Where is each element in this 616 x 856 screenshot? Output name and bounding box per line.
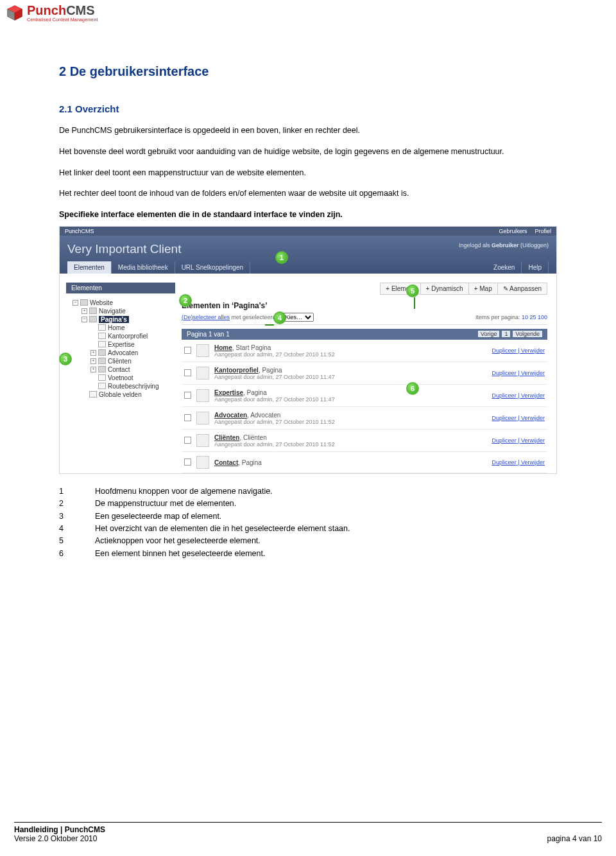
row-meta: Aangepast door admin, 27 October 2010 11… bbox=[214, 419, 487, 425]
paragraph-1: De PunchCMS gebruikersinterface is opged… bbox=[59, 125, 557, 137]
tree-item-globale[interactable]: Globale velden bbox=[81, 390, 175, 399]
btn-edit[interactable]: ✎ Aanpassen bbox=[497, 283, 547, 295]
tree-item-voetnoot[interactable]: Voetnoot bbox=[90, 374, 175, 382]
tree-item-route[interactable]: Routebeschrijving bbox=[90, 382, 175, 390]
tree-item-clienten[interactable]: +Cliënten bbox=[90, 357, 175, 365]
row-type: , Start Pagina bbox=[232, 344, 271, 351]
bulk-action-select[interactable]: Kies… bbox=[282, 313, 314, 322]
collapse-icon[interactable]: − bbox=[73, 300, 78, 306]
callout-1: 1 bbox=[275, 251, 288, 264]
page-icon bbox=[89, 391, 97, 397]
mock-topbar: PunchCMS Gebruikers Profiel bbox=[60, 227, 556, 236]
items-per-page-links[interactable]: 10 25 100 bbox=[522, 314, 547, 320]
row-name[interactable]: Kantoorprofiel bbox=[214, 367, 259, 374]
callout-4: 4 bbox=[273, 311, 286, 324]
legend-num: 1 bbox=[59, 485, 95, 498]
row-name[interactable]: Expertise bbox=[214, 389, 243, 396]
tree-item-contact[interactable]: +Contact bbox=[90, 365, 175, 374]
legend-text: Actieknoppen voor het geselecteerde elem… bbox=[95, 535, 261, 547]
btn-add-dynamic[interactable]: + Dynamisch bbox=[420, 283, 469, 295]
row-checkbox[interactable] bbox=[184, 459, 191, 466]
tab-search[interactable]: Zoeken bbox=[487, 261, 522, 274]
row-checkbox[interactable] bbox=[184, 392, 191, 399]
row-name[interactable]: Contact bbox=[214, 459, 238, 466]
brand-second: CMS bbox=[66, 3, 94, 17]
btn-add-map[interactable]: + Map bbox=[468, 283, 498, 295]
tree-item-advocaten[interactable]: +Advocaten bbox=[90, 349, 175, 357]
collapse-icon[interactable]: − bbox=[81, 317, 87, 322]
row-delete[interactable]: Verwijder bbox=[521, 370, 545, 376]
brand-subtitle: Centralised Content Management bbox=[27, 17, 98, 22]
pager-page[interactable]: 1 bbox=[502, 331, 510, 337]
row-checkbox[interactable] bbox=[184, 347, 191, 354]
row-checkbox[interactable] bbox=[184, 437, 191, 444]
expand-icon[interactable]: + bbox=[81, 308, 87, 314]
row-duplicate[interactable]: Dupliceer bbox=[492, 370, 517, 376]
tab-help[interactable]: Help bbox=[522, 261, 549, 274]
folder-icon bbox=[98, 358, 106, 364]
row-delete[interactable]: Verwijder bbox=[521, 392, 545, 399]
row-duplicate[interactable]: Dupliceer bbox=[492, 459, 517, 466]
tree-item-expertise[interactable]: Expertise bbox=[90, 340, 175, 349]
expand-icon[interactable]: + bbox=[90, 358, 96, 364]
legend-row: 4Het overzicht van de elementen die in h… bbox=[59, 523, 557, 535]
row-delete[interactable]: Verwijder bbox=[521, 459, 545, 466]
row-duplicate[interactable]: Dupliceer bbox=[492, 437, 517, 444]
topbar-link-profile[interactable]: Profiel bbox=[535, 228, 551, 234]
document-icon bbox=[196, 389, 209, 402]
callout-3: 3 bbox=[59, 353, 72, 365]
tree-item-kantoor[interactable]: Kantoorprofiel bbox=[90, 332, 175, 340]
tree-item-home[interactable]: Home bbox=[90, 324, 175, 332]
list-item: Kantoorprofiel, PaginaAangepast door adm… bbox=[182, 362, 547, 385]
row-checkbox[interactable] bbox=[184, 369, 191, 376]
row-checkbox[interactable] bbox=[184, 414, 191, 421]
legend-num: 5 bbox=[59, 535, 95, 547]
element-list: Home, Start PaginaAangepast door admin, … bbox=[182, 340, 547, 473]
sidebar-panel-label: Elementen bbox=[66, 283, 175, 293]
paragraph-3: Het linker deel toont een mappenstructuu… bbox=[59, 167, 557, 179]
row-duplicate[interactable]: Dupliceer bbox=[492, 347, 517, 354]
folder-icon bbox=[98, 366, 106, 372]
row-delete[interactable]: Verwijder bbox=[521, 347, 545, 354]
topbar-link-users[interactable]: Gebruikers bbox=[499, 228, 527, 234]
row-delete[interactable]: Verwijder bbox=[521, 437, 545, 444]
tab-url[interactable]: URL Snelkoppelingen bbox=[175, 261, 250, 274]
footer-version: Versie 2.0 Oktober 2010 bbox=[14, 834, 105, 843]
row-name[interactable]: Home bbox=[214, 344, 232, 351]
legend-num: 3 bbox=[59, 511, 95, 523]
paragraph-4: Het rechter deel toont de inhoud van de … bbox=[59, 188, 557, 200]
page-icon bbox=[98, 341, 106, 347]
row-delete[interactable]: Verwijder bbox=[521, 415, 545, 421]
pager-next[interactable]: Volgende bbox=[513, 331, 542, 337]
mock-header: Ingelogd als Gebruiker (Uitloggen) Very … bbox=[60, 236, 556, 274]
row-duplicate[interactable]: Dupliceer bbox=[492, 415, 517, 421]
select-all-link[interactable]: (De)selecteer alles bbox=[182, 314, 230, 320]
expand-icon[interactable]: + bbox=[90, 350, 96, 356]
logout-link[interactable]: (Uitloggen) bbox=[518, 242, 549, 249]
row-meta: Aangepast door admin, 27 October 2010 11… bbox=[214, 351, 487, 358]
footer-title: Handleiding | PunchCMS bbox=[14, 825, 105, 834]
mock-main: + Element + Dynamisch + Map ✎ Aanpassen … bbox=[182, 274, 556, 473]
page-icon bbox=[98, 333, 106, 339]
row-duplicate[interactable]: Dupliceer bbox=[492, 392, 517, 399]
tree-item-navigatie[interactable]: + Navigatie bbox=[81, 307, 175, 315]
legend-text: De mappenstructuur met de elementen. bbox=[95, 498, 236, 510]
row-type: , Advocaten bbox=[247, 412, 280, 419]
folder-icon bbox=[89, 308, 97, 314]
tree-root[interactable]: − Website bbox=[73, 299, 175, 307]
document-icon bbox=[196, 456, 209, 469]
tab-elementen[interactable]: Elementen bbox=[67, 261, 112, 274]
expand-icon[interactable]: + bbox=[90, 367, 96, 372]
tree-item-paginas[interactable]: − Pagina's bbox=[81, 315, 175, 324]
brand-header: PunchCMS Centralised Content Management bbox=[0, 0, 616, 26]
tab-media[interactable]: Media bibliotheek bbox=[112, 261, 175, 274]
pager-prev[interactable]: Vorige bbox=[478, 331, 500, 337]
login-info: Ingelogd als Gebruiker (Uitloggen) bbox=[459, 242, 549, 249]
main-title: Elementen in ‘Pagina's’ bbox=[182, 301, 547, 310]
row-name[interactable]: Cliënten bbox=[214, 434, 239, 441]
row-name[interactable]: Advocaten bbox=[214, 412, 247, 419]
legend-text: Een geselecteerde map of element. bbox=[95, 511, 221, 523]
toolbar: + Element + Dynamisch + Map ✎ Aanpassen bbox=[182, 283, 547, 295]
logo-icon bbox=[6, 4, 23, 21]
legend-row: 6Een element binnen het geselecteerde el… bbox=[59, 548, 557, 560]
